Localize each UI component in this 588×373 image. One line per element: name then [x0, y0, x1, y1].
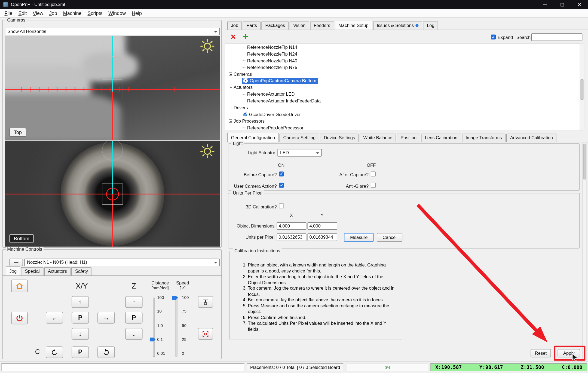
tree-collapse-toggle[interactable]	[229, 119, 232, 123]
tree-scrollbar[interactable]	[580, 44, 584, 131]
tree-collapse-toggle[interactable]	[229, 106, 232, 109]
menu-scripts[interactable]: Scripts	[85, 9, 106, 17]
tree-node-job-processors[interactable]: Job Processors	[225, 118, 580, 125]
tab-advanced-calibration[interactable]: Advanced Calibration	[506, 134, 557, 142]
position-z-button[interactable]: P	[125, 312, 142, 324]
menu-edit[interactable]: Edit	[15, 9, 30, 17]
tree-item[interactable]: ReferenceNozzleTip N40	[225, 57, 580, 64]
jog-z-plus-button[interactable]: ↑	[125, 296, 142, 308]
instruction-step: Top camera: Jog the camera to where it i…	[248, 286, 395, 297]
top-camera-view[interactable]: Top	[5, 36, 220, 140]
tab-image-transforms[interactable]: Image Transforms	[462, 134, 506, 142]
position-xy-button[interactable]: P	[72, 312, 89, 324]
tree-node-cameras[interactable]: Cameras	[225, 71, 580, 78]
light-actuator-selector[interactable]: LED	[277, 149, 322, 157]
search-input[interactable]	[531, 34, 582, 41]
power-button[interactable]	[11, 312, 28, 324]
user-camera-action-checkbox[interactable]	[279, 183, 284, 188]
tab-white-balance[interactable]: White Balance	[360, 134, 396, 142]
tab-position[interactable]: Position	[397, 134, 420, 142]
expand-checkbox[interactable]	[491, 35, 496, 40]
tree-collapse-toggle[interactable]	[229, 72, 232, 76]
close-button[interactable]: ×	[571, 0, 588, 9]
scrollbar-thumb[interactable]	[580, 79, 583, 100]
object-dimension-y-input[interactable]	[308, 222, 337, 230]
tab-job[interactable]: Job	[227, 22, 242, 30]
after-capture-checkbox[interactable]	[371, 172, 376, 177]
jog-x-plus-button[interactable]: →	[97, 312, 115, 324]
units-per-pixel-x-input[interactable]	[277, 233, 307, 241]
menu-file[interactable]: File	[2, 9, 16, 17]
scrollbar-thumb[interactable]	[583, 144, 586, 180]
reset-button[interactable]: Reset	[531, 349, 551, 357]
tab-lens-calibration[interactable]: Lens Calibration	[421, 134, 461, 142]
measure-button[interactable]: Measure	[344, 233, 374, 242]
minimize-button[interactable]	[536, 0, 553, 9]
tree-connector	[242, 54, 246, 54]
before-capture-checkbox[interactable]	[279, 172, 284, 177]
tree-item[interactable]: GcodeDriver GcodeDriver	[225, 111, 580, 118]
tab-machine-setup[interactable]: Machine Setup	[335, 21, 372, 30]
3d-calibration-checkbox[interactable]	[279, 204, 284, 208]
delete-button[interactable]: ×	[229, 32, 238, 42]
maximize-button[interactable]	[553, 0, 571, 9]
jog-z-minus-button[interactable]: ↓	[125, 328, 142, 340]
tab-log[interactable]: Log	[423, 22, 438, 30]
position-camera-button[interactable]	[198, 328, 213, 340]
tree-item-label: ReferenceActuator LED	[247, 92, 295, 97]
menu-view[interactable]: View	[30, 9, 46, 17]
tool-options-button[interactable]	[9, 259, 23, 266]
tab-feeders[interactable]: Feeders	[310, 22, 334, 30]
tree-item[interactable]: ReferenceActuator IndexFeederData	[225, 98, 580, 104]
tab-camera-settling[interactable]: Camera Settling	[280, 134, 319, 142]
rotate-ccw-button[interactable]	[46, 346, 63, 358]
tab-safety[interactable]: Safety	[71, 267, 91, 275]
add-button[interactable]: +	[241, 31, 250, 42]
tab-jog[interactable]: Jog	[6, 266, 20, 276]
light-toggle-icon[interactable]	[200, 143, 215, 159]
config-scrollbar[interactable]	[582, 142, 587, 359]
tab-parts[interactable]: Parts	[243, 22, 261, 30]
cancel-button[interactable]: Cancel	[377, 233, 402, 242]
home-button[interactable]	[11, 280, 28, 292]
tab-actuators[interactable]: Actuators	[44, 267, 71, 275]
tree-node-actuators[interactable]: Actuators	[225, 84, 580, 91]
rotate-cw-button[interactable]	[97, 346, 115, 358]
tab-packages[interactable]: Packages	[262, 22, 289, 30]
jog-x-minus-button[interactable]: ←	[46, 312, 63, 324]
menu-machine[interactable]: Machine	[60, 9, 85, 17]
tab-vision[interactable]: Vision	[290, 22, 309, 30]
menu-window[interactable]: Window	[105, 9, 129, 17]
light-section-title: Light	[231, 141, 244, 146]
units-per-pixel-y-input[interactable]	[308, 233, 337, 241]
speed-slider[interactable]	[176, 298, 177, 357]
park-z-button[interactable]	[198, 296, 213, 308]
object-dimension-x-input[interactable]	[277, 222, 307, 230]
tab-issues-solutions[interactable]: Issues & Solutions	[373, 22, 422, 30]
tool-selector[interactable]: Nozzle: N1 - N045 (Head: H1)	[24, 259, 220, 266]
tree-item[interactable]: ReferenceNozzleTip N75	[225, 64, 580, 71]
tree-item[interactable]: ReferenceActuator LED	[225, 91, 580, 98]
tree-item-label: ReferenceNozzleTip N24	[247, 51, 297, 56]
light-toggle-icon[interactable]	[200, 38, 215, 54]
tab-special[interactable]: Special	[21, 267, 44, 275]
tree-item-label: Cameras	[234, 71, 252, 77]
menu-job[interactable]: Job	[46, 9, 60, 17]
off-header: OFF	[366, 162, 377, 168]
tree-item-selected[interactable]: OpenPnpCaptureCamera Bottom	[225, 77, 580, 84]
tree-item[interactable]: ReferenceNozzleTip N24	[225, 51, 580, 57]
menu-help[interactable]: Help	[129, 9, 145, 17]
anti-glare-checkbox[interactable]	[371, 183, 376, 188]
tree-item[interactable]: ReferenceNozzleTip N14	[225, 44, 580, 51]
camera-view-selector[interactable]: Show All Horizontal	[5, 28, 220, 35]
bottom-camera-view[interactable]: Bottom	[5, 141, 220, 247]
tree-item[interactable]: ReferencePnpJobProcessor	[225, 125, 580, 131]
tree-collapse-toggle[interactable]	[229, 86, 232, 89]
position-c-button[interactable]: P	[72, 346, 89, 358]
tree-node-drivers[interactable]: Drivers	[225, 104, 580, 111]
jog-y-plus-button[interactable]: ↑	[72, 296, 89, 308]
issues-notification-dot	[416, 24, 419, 27]
distance-slider[interactable]	[153, 298, 155, 357]
jog-y-minus-button[interactable]: ↓	[72, 328, 89, 340]
tab-device-settings[interactable]: Device Settings	[320, 134, 359, 142]
